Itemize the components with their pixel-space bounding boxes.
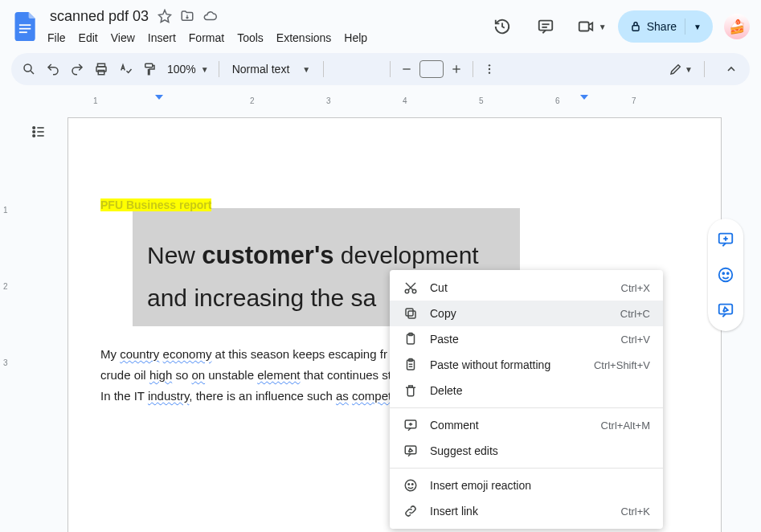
decrease-font-icon[interactable]: [395, 58, 418, 80]
svg-rect-0: [19, 24, 31, 26]
editing-mode-button[interactable]: ▼: [664, 62, 698, 76]
paste-icon: [403, 332, 419, 346]
meet-icon[interactable]: [573, 10, 599, 43]
indent-marker-icon[interactable]: [579, 94, 589, 100]
suggest-edits-icon[interactable]: [711, 296, 740, 325]
svg-line-9: [31, 71, 34, 74]
ctx-copy[interactable]: Copy Ctrl+C: [390, 301, 663, 326]
separator: [390, 61, 391, 77]
svg-rect-3: [539, 21, 553, 31]
history-icon[interactable]: [486, 10, 518, 43]
meet-caret-icon[interactable]: ▼: [599, 23, 607, 31]
vertical-ruler: 1 2 3: [2, 109, 14, 532]
menu-file[interactable]: File: [42, 28, 72, 47]
ctx-comment[interactable]: Comment Ctrl+Alt+M: [390, 412, 663, 438]
indent-marker-icon[interactable]: [154, 94, 164, 100]
menu-tools[interactable]: Tools: [231, 28, 269, 47]
separator: [473, 61, 473, 77]
svg-point-19: [489, 72, 490, 73]
suggest-icon: [403, 444, 419, 458]
svg-rect-1: [19, 28, 31, 30]
svg-rect-13: [145, 63, 153, 68]
caret-down-icon: ▼: [685, 65, 693, 74]
search-icon[interactable]: [18, 58, 40, 80]
comment-icon: [403, 418, 419, 432]
svg-point-24: [33, 135, 35, 137]
separator: [219, 61, 219, 77]
cloud-status-icon[interactable]: [202, 8, 218, 24]
svg-rect-6: [579, 23, 589, 31]
ctx-emoji[interactable]: Insert emoji reaction: [390, 473, 663, 498]
style-name: Normal text: [232, 63, 290, 76]
zoom-dropdown[interactable]: 100% ▼: [162, 63, 214, 76]
document-title[interactable]: scanned pdf 03: [45, 6, 153, 27]
report-title-highlight[interactable]: PFU Business report: [100, 198, 211, 211]
ctx-paste[interactable]: Paste Ctrl+V: [390, 326, 663, 352]
svg-rect-2: [19, 31, 27, 33]
toolbar: 100% ▼ Normal text ▼ ▼: [11, 53, 750, 85]
menu-extensions[interactable]: Extensions: [271, 28, 337, 47]
move-icon[interactable]: [179, 8, 195, 24]
menu-help[interactable]: Help: [338, 28, 373, 47]
emoji-reaction-icon[interactable]: [711, 260, 740, 289]
menu-insert[interactable]: Insert: [142, 28, 182, 47]
svg-rect-38: [406, 309, 413, 316]
outline-toggle-icon[interactable]: [24, 117, 53, 146]
separator: [704, 61, 705, 77]
svg-point-22: [33, 131, 35, 133]
caret-down-icon: ▼: [201, 65, 209, 74]
account-avatar[interactable]: [724, 14, 750, 39]
increase-font-icon[interactable]: [445, 58, 468, 80]
svg-rect-48: [405, 446, 416, 454]
separator: [323, 61, 324, 77]
svg-point-51: [412, 484, 414, 485]
ctx-paste-plain[interactable]: Paste without formatting Ctrl+Shift+V: [390, 352, 663, 378]
ctx-cut[interactable]: Cut Ctrl+X: [390, 275, 663, 301]
undo-icon[interactable]: [42, 58, 64, 80]
star-icon[interactable]: [157, 8, 173, 24]
docs-logo-icon[interactable]: [11, 12, 40, 41]
svg-point-31: [727, 272, 729, 274]
ctx-delete[interactable]: Delete: [390, 378, 663, 403]
paint-format-icon[interactable]: [138, 58, 161, 80]
share-caret-icon[interactable]: ▼: [685, 18, 705, 35]
ctx-separator: [390, 468, 663, 469]
menu-edit[interactable]: Edit: [73, 28, 104, 47]
zoom-value: 100%: [167, 63, 196, 76]
svg-rect-32: [719, 305, 733, 314]
svg-point-8: [24, 64, 31, 72]
more-icon[interactable]: [478, 58, 501, 80]
context-menu: Cut Ctrl+X Copy Ctrl+C Paste Ctrl+V Past…: [390, 270, 663, 529]
link-icon: [403, 504, 419, 518]
comments-icon[interactable]: [530, 10, 562, 43]
svg-rect-37: [408, 311, 415, 318]
svg-point-20: [33, 127, 35, 129]
styles-dropdown[interactable]: Normal text ▼: [224, 63, 318, 76]
spellcheck-icon[interactable]: [114, 58, 137, 80]
delete-icon: [403, 383, 419, 398]
svg-point-50: [408, 484, 410, 485]
svg-point-49: [405, 480, 416, 491]
side-action-panel: [708, 219, 743, 331]
font-size-input[interactable]: [419, 60, 444, 78]
ctx-suggest[interactable]: Suggest edits: [390, 438, 663, 464]
cut-icon: [403, 280, 419, 295]
app-header: scanned pdf 03 File Edit View Insert For…: [0, 0, 761, 48]
svg-point-30: [722, 272, 724, 274]
menubar: File Edit View Insert Format Tools Exten…: [42, 28, 486, 47]
collapse-toolbar-icon[interactable]: [719, 57, 743, 81]
menu-view[interactable]: View: [105, 28, 141, 47]
svg-point-17: [489, 64, 490, 66]
ctx-separator: [390, 407, 663, 408]
emoji-icon: [403, 478, 419, 493]
add-comment-icon[interactable]: [711, 225, 740, 254]
caret-down-icon: ▼: [302, 65, 310, 74]
print-icon[interactable]: [90, 58, 113, 80]
redo-icon[interactable]: [66, 58, 88, 80]
svg-point-18: [489, 68, 490, 70]
svg-rect-7: [632, 26, 639, 31]
ctx-link[interactable]: Insert link Ctrl+K: [390, 498, 663, 524]
share-button[interactable]: Share ▼: [618, 10, 713, 43]
menu-format[interactable]: Format: [183, 28, 230, 47]
horizontal-ruler: 1 2 3 4 5 6 7: [29, 96, 761, 109]
